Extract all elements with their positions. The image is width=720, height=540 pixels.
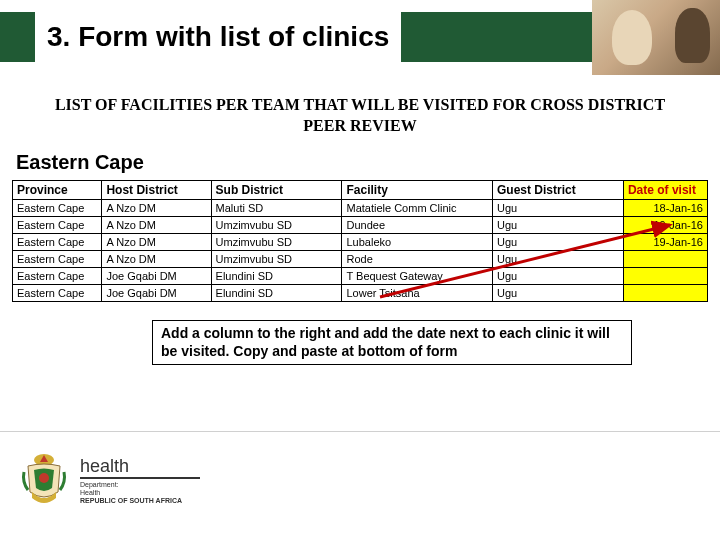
cell-sub: Umzimvubu SD — [211, 250, 342, 267]
cell-facility: Matatiele Comm Clinic — [342, 199, 493, 216]
cell-host: A Nzo DM — [102, 216, 211, 233]
footer: health Department: Health REPUBLIC OF SO… — [18, 452, 702, 510]
col-facility: Facility — [342, 180, 493, 199]
cell-host: Joe Gqabi DM — [102, 284, 211, 301]
cell-date: 18-Jan-16 — [623, 199, 707, 216]
cell-guest: Ugu — [493, 199, 624, 216]
instruction-text: Add a column to the right and add the da… — [161, 325, 610, 359]
table-row: Eastern CapeA Nzo DMUmzimvubu SDDundeeUg… — [13, 216, 708, 233]
cell-sub: Elundini SD — [211, 267, 342, 284]
form-area: LIST OF FACILITIES PER TEAM THAT WILL BE… — [12, 95, 708, 302]
clinic-table: Province Host District Sub District Faci… — [12, 180, 708, 302]
table-row: Eastern CapeA Nzo DMUmzimvubu SDRodeUgu — [13, 250, 708, 267]
cell-host: A Nzo DM — [102, 250, 211, 267]
instruction-box: Add a column to the right and add the da… — [152, 320, 632, 365]
cell-sub: Umzimvubu SD — [211, 216, 342, 233]
cell-host: Joe Gqabi DM — [102, 267, 211, 284]
table-row: Eastern CapeA Nzo DMMaluti SDMatatiele C… — [13, 199, 708, 216]
cell-sub: Elundini SD — [211, 284, 342, 301]
cell-facility: Dundee — [342, 216, 493, 233]
col-province: Province — [13, 180, 102, 199]
cell-host: A Nzo DM — [102, 233, 211, 250]
cell-guest: Ugu — [493, 267, 624, 284]
dept-line1: Department: — [80, 481, 200, 489]
header-title-box: 3. Form with list of clinics — [35, 12, 401, 62]
slide-title: 3. Form with list of clinics — [47, 21, 389, 53]
cell-date — [623, 250, 707, 267]
cell-province: Eastern Cape — [13, 216, 102, 233]
coat-of-arms-icon — [18, 452, 70, 510]
table-header-row: Province Host District Sub District Faci… — [13, 180, 708, 199]
cell-date — [623, 267, 707, 284]
cell-facility: Lower Tsitsana — [342, 284, 493, 301]
footer-divider — [0, 431, 720, 432]
table-row: Eastern CapeJoe Gqabi DMElundini SDT Beq… — [13, 267, 708, 284]
col-host-district: Host District — [102, 180, 211, 199]
col-sub-district: Sub District — [211, 180, 342, 199]
cell-province: Eastern Cape — [13, 233, 102, 250]
cell-host: A Nzo DM — [102, 199, 211, 216]
col-date-of-visit: Date of visit — [623, 180, 707, 199]
cell-date: 19-Jan-16 — [623, 233, 707, 250]
cell-guest: Ugu — [493, 250, 624, 267]
dept-line3: REPUBLIC OF SOUTH AFRICA — [80, 497, 200, 505]
form-title: LIST OF FACILITIES PER TEAM THAT WILL BE… — [12, 95, 708, 137]
cell-facility: Lubaleko — [342, 233, 493, 250]
cell-date — [623, 284, 707, 301]
header-photo — [592, 0, 720, 75]
department-text: health Department: Health REPUBLIC OF SO… — [80, 457, 200, 504]
dept-health: health — [80, 457, 200, 479]
table-row: Eastern CapeA Nzo DMUmzimvubu SDLubaleko… — [13, 233, 708, 250]
cell-sub: Maluti SD — [211, 199, 342, 216]
dept-line2: Health — [80, 489, 200, 497]
cell-guest: Ugu — [493, 233, 624, 250]
cell-date: 19-Jan-16 — [623, 216, 707, 233]
cell-facility: T Bequest Gateway — [342, 267, 493, 284]
col-guest-district: Guest District — [493, 180, 624, 199]
cell-guest: Ugu — [493, 284, 624, 301]
region-name: Eastern Cape — [12, 151, 708, 174]
cell-province: Eastern Cape — [13, 267, 102, 284]
cell-province: Eastern Cape — [13, 199, 102, 216]
cell-sub: Umzimvubu SD — [211, 233, 342, 250]
cell-province: Eastern Cape — [13, 284, 102, 301]
cell-province: Eastern Cape — [13, 250, 102, 267]
cell-facility: Rode — [342, 250, 493, 267]
svg-point-2 — [39, 473, 49, 483]
cell-guest: Ugu — [493, 216, 624, 233]
table-row: Eastern CapeJoe Gqabi DMElundini SDLower… — [13, 284, 708, 301]
